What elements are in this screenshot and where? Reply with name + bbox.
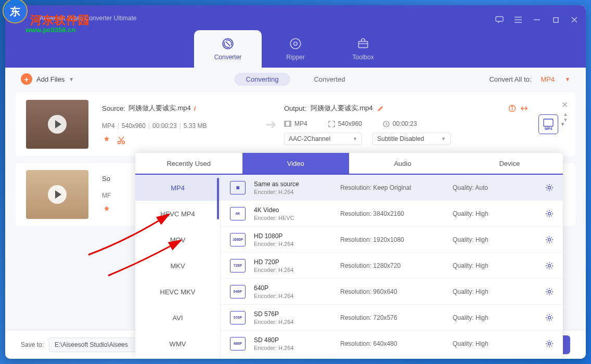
cut-icon[interactable]: [117, 136, 126, 145]
gear-icon[interactable]: [545, 236, 554, 244]
gear-icon[interactable]: [545, 340, 554, 348]
convert-all: Convert All to: MP4 ▼: [489, 73, 570, 85]
gear-icon[interactable]: [545, 262, 554, 270]
preset-row[interactable]: 640P640PEncoder: H.264Resolution: 960x64…: [221, 279, 563, 305]
preset-row[interactable]: 480PSD 480PEncoder: H.264Resolution: 640…: [221, 331, 563, 357]
subtitle-select[interactable]: Subtitle Disabled▼: [372, 133, 451, 145]
preset-quality: Quality: High: [453, 210, 515, 217]
preset-icon: 1080P: [230, 233, 246, 246]
main-tabs: Converter Ripper Toolbox: [194, 30, 397, 68]
preset-row[interactable]: 576PSD 576PEncoder: H.264Resolution: 720…: [221, 305, 563, 331]
svg-point-16: [122, 141, 125, 144]
gear-icon[interactable]: [545, 314, 554, 322]
format-item-mp4[interactable]: MP4: [135, 175, 220, 201]
preset-resolution: Resolution: 720x576: [340, 314, 444, 321]
source-info: MP4|540x960|00:00:23|5.33 MB: [102, 122, 258, 129]
preset-quality: Quality: High: [453, 314, 515, 321]
feedback-icon[interactable]: [494, 15, 505, 25]
arrow-icon: ➜: [258, 116, 284, 133]
svg-point-25: [548, 186, 551, 189]
svg-rect-24: [544, 119, 553, 126]
tab-converter[interactable]: Converter: [194, 30, 262, 68]
preset-quality: Quality: High: [453, 288, 515, 295]
output-column: Output: 阿姨做人要诚实.mp4 MP4 540x960 00:00:23…: [284, 103, 528, 145]
add-files-button[interactable]: + Add Files ▼: [21, 73, 74, 85]
source-filename: 阿姨做人要诚实.mp4: [129, 103, 191, 113]
preset-row[interactable]: 720PHD 720PEncoder: H.264Resolution: 128…: [221, 253, 563, 279]
preset-row[interactable]: 4K4K VideoEncoder: HEVCResolution: 3840x…: [221, 201, 563, 227]
preset-encoder: Encoder: H.264: [254, 319, 332, 325]
format-badge[interactable]: MP4: [538, 114, 558, 134]
toolbar: + Add Files ▼ Converting Converted Conve…: [5, 68, 586, 90]
close-button[interactable]: [569, 15, 580, 25]
format-item-avi[interactable]: AVI: [135, 305, 220, 331]
thumbnail[interactable]: [26, 170, 88, 219]
info-circle-icon[interactable]: [508, 105, 516, 112]
tab-converted[interactable]: Converted: [302, 73, 356, 86]
state-tabs: Converting Converted: [235, 73, 357, 86]
magic-icon[interactable]: [102, 136, 111, 145]
panel-tab-device[interactable]: Device: [456, 153, 563, 174]
scrollbar[interactable]: [217, 178, 219, 219]
preset-resolution: Resolution: 960x640: [340, 288, 444, 295]
preset-encoder: Encoder: H.264: [254, 189, 332, 195]
compress-icon[interactable]: [520, 105, 528, 112]
chevron-down-icon: ▼: [69, 76, 74, 82]
magic-icon[interactable]: [102, 205, 111, 215]
chevron-down-icon: ▼: [565, 76, 570, 82]
reorder-buttons[interactable]: ▲▼: [563, 111, 568, 123]
preset-quality: Quality: High: [453, 262, 515, 269]
gear-icon[interactable]: [545, 288, 554, 296]
tab-ripper[interactable]: Ripper: [262, 30, 329, 68]
format-item-mkv[interactable]: MKV: [135, 253, 220, 279]
out-dimensions: 540x960: [338, 120, 362, 127]
info-icon[interactable]: i: [194, 105, 196, 112]
format-item-wmv[interactable]: WMV: [135, 331, 220, 357]
minimize-button[interactable]: [532, 15, 542, 25]
convert-all-label: Convert All to:: [489, 75, 531, 83]
preset-name: HD 720P: [254, 258, 332, 266]
svg-point-13: [294, 42, 298, 46]
format-item-hevc-mkv[interactable]: HEVC MKV: [135, 279, 220, 305]
panel-tab-video[interactable]: Video: [242, 153, 350, 174]
thumbnail[interactable]: [26, 100, 88, 149]
preset-resolution: Resolution: 1920x1080: [340, 236, 444, 243]
output-label: Output:: [284, 105, 306, 112]
preset-resolution: Resolution: 3840x2160: [340, 210, 444, 217]
preset-icon: ▦: [230, 181, 246, 194]
edit-icon[interactable]: [377, 105, 384, 112]
preset-icon: 640P: [230, 285, 246, 298]
format-item-hevc-mp4[interactable]: HEVC MP4: [135, 201, 220, 227]
panel-tabs: Recently Used Video Audio Device: [135, 153, 563, 175]
preset-resolution: Resolution: Keep Original: [340, 184, 444, 191]
maximize-button[interactable]: [550, 15, 561, 25]
panel-tab-recent[interactable]: Recently Used: [135, 153, 242, 174]
preset-quality: Quality: High: [453, 236, 515, 243]
preset-name: SD 480P: [254, 336, 332, 344]
format-sidebar[interactable]: MP4HEVC MP4MOVMKVHEVC MKVAVIWMVWEBM: [135, 175, 221, 359]
svg-point-30: [548, 316, 551, 319]
window-controls: [494, 15, 580, 25]
out-format: MP4: [294, 120, 307, 127]
tab-converting[interactable]: Converting: [235, 73, 290, 86]
preset-row[interactable]: ▦Same as sourceEncoder: H.264Resolution:…: [221, 175, 563, 201]
gear-icon[interactable]: [545, 210, 554, 218]
svg-point-12: [290, 38, 301, 49]
format-item-mov[interactable]: MOV: [135, 227, 220, 253]
audio-select[interactable]: AAC-2Channel▼: [284, 133, 362, 145]
panel-tab-audio[interactable]: Audio: [349, 153, 456, 174]
preset-resolution: Resolution: 640x480: [340, 340, 444, 347]
watermark: 东 河东软件园 www.pc0359.cn: [2, 0, 90, 34]
source-label: Source:: [102, 105, 125, 112]
menu-icon[interactable]: [513, 15, 523, 25]
gear-icon[interactable]: [545, 184, 554, 192]
tab-toolbox[interactable]: Toolbox: [329, 30, 397, 68]
preset-row[interactable]: 1080PHD 1080PEncoder: H.264Resolution: 1…: [221, 227, 563, 253]
format-item-webm[interactable]: WEBM: [135, 357, 220, 359]
svg-point-26: [548, 212, 551, 215]
preset-encoder: Encoder: H.264: [254, 345, 332, 351]
svg-point-27: [548, 238, 551, 241]
preset-icon: 480P: [230, 337, 246, 350]
preset-encoder: Encoder: H.264: [254, 241, 332, 247]
remove-file-button[interactable]: ✕: [561, 100, 568, 110]
